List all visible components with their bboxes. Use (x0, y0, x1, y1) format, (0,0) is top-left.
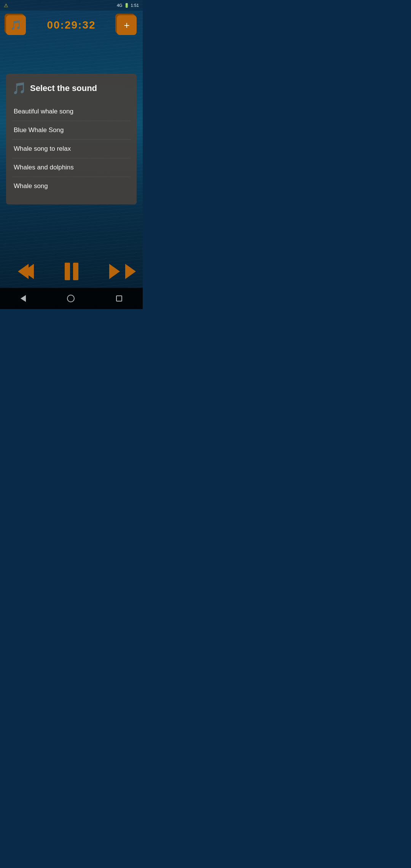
battery-icon: 🔋 (124, 3, 129, 8)
dialog-music-icon: 🎵 (12, 81, 26, 95)
dialog-title-row: 🎵 Select the sound (12, 81, 131, 95)
pause-icon (65, 263, 78, 280)
add-button[interactable]: + (117, 15, 137, 35)
sound-item-whales-and-dolphins[interactable]: Whales and dolphins (12, 158, 131, 177)
playback-controls (0, 257, 143, 286)
top-bar: 🎵 00:29:32 + (0, 11, 143, 40)
android-nav-bar (0, 288, 143, 309)
nav-home-button[interactable] (64, 292, 78, 305)
plus-icon: + (124, 19, 129, 31)
forward-button[interactable] (109, 264, 120, 279)
pause-bar-left (65, 263, 70, 280)
pause-button[interactable] (65, 263, 78, 280)
forward-icon (109, 264, 120, 279)
dialog-title: Select the sound (30, 83, 97, 93)
home-icon (67, 295, 75, 302)
rewind-icon (23, 264, 34, 279)
nav-back-button[interactable] (18, 292, 29, 305)
recents-icon (116, 295, 122, 302)
clock: 1:51 (131, 3, 139, 8)
sound-selection-dialog: 🎵 Select the sound Beautiful whale song … (6, 74, 137, 204)
status-icons: 4G 🔋 1:51 (117, 3, 139, 8)
sound-item-whale-song-to-relax[interactable]: Whale song to relax (12, 140, 131, 158)
warning-icon: ⚠ (4, 3, 8, 8)
music-note-icon: 🎵 (10, 20, 22, 30)
sound-item-blue-whale-song[interactable]: Blue Whale Song (12, 121, 131, 140)
pause-bar-right (73, 263, 78, 280)
back-icon (21, 295, 26, 302)
sound-item-beautiful-whale-song[interactable]: Beautiful whale song (12, 102, 131, 121)
timer-display: 00:29:32 (47, 19, 96, 31)
music-library-button[interactable]: 🎵 (6, 15, 26, 35)
nav-recents-button[interactable] (113, 292, 125, 305)
rewind-button[interactable] (23, 264, 34, 279)
signal-indicator: 4G (117, 3, 123, 8)
status-bar: ⚠ 4G 🔋 1:51 (0, 0, 143, 11)
sound-item-whale-song[interactable]: Whale song (12, 177, 131, 195)
